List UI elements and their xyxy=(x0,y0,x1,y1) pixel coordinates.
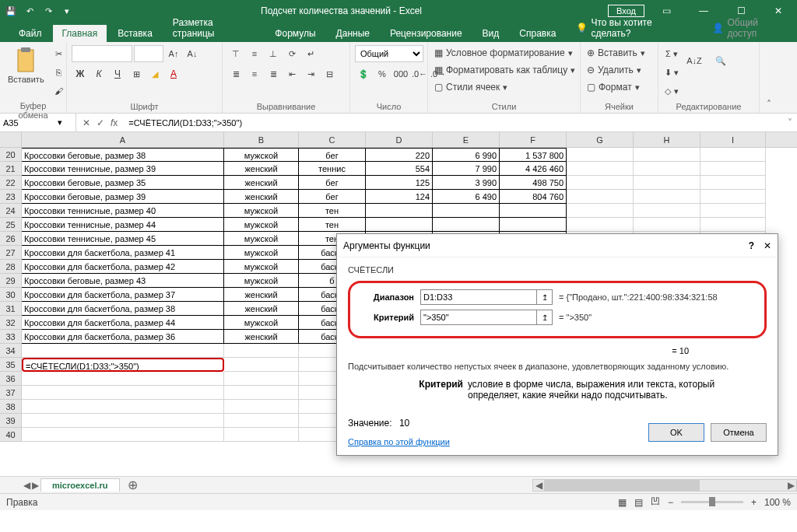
indent-inc-icon[interactable]: ⇥ xyxy=(302,65,319,82)
cell[interactable] xyxy=(22,400,224,414)
row-header[interactable]: 31 xyxy=(0,302,22,316)
horizontal-scrollbar[interactable]: ◀ ▶ xyxy=(532,479,797,492)
row-header[interactable]: 25 xyxy=(0,218,22,232)
zoom-slider[interactable] xyxy=(681,501,743,503)
paste-button[interactable]: Вставить xyxy=(5,45,47,86)
cell[interactable] xyxy=(433,218,500,232)
cell[interactable] xyxy=(500,218,567,232)
column-header[interactable]: C xyxy=(299,132,366,147)
insert-cells[interactable]: ⊕Вставить ▾ xyxy=(585,45,647,61)
cell[interactable]: женский xyxy=(224,302,299,316)
cell[interactable] xyxy=(22,344,224,358)
cell[interactable]: 4 426 460 xyxy=(500,162,567,176)
cell[interactable]: 220 xyxy=(366,148,433,162)
align-center-icon[interactable]: ≡ xyxy=(246,65,263,82)
align-middle-icon[interactable]: ≡ xyxy=(246,45,263,62)
find-select-icon[interactable]: 🔍 xyxy=(710,45,732,76)
tab-formulas[interactable]: Формулы xyxy=(265,25,325,42)
dialog-close-icon[interactable]: ✕ xyxy=(764,240,771,251)
orientation-icon[interactable]: ⟳ xyxy=(283,45,300,62)
cell[interactable] xyxy=(224,372,299,386)
cell[interactable] xyxy=(22,372,224,386)
decrease-font-icon[interactable]: A↓ xyxy=(184,45,201,62)
cell[interactable] xyxy=(634,218,700,232)
wrap-text-icon[interactable]: ↵ xyxy=(302,45,319,62)
row-header[interactable]: 34 xyxy=(0,344,22,358)
number-format-select[interactable]: Общий xyxy=(355,45,423,62)
tab-data[interactable]: Данные xyxy=(327,25,379,42)
row-header[interactable]: 38 xyxy=(0,400,22,414)
cell[interactable]: мужской xyxy=(224,204,299,218)
border-icon[interactable]: ⊞ xyxy=(128,65,145,82)
redo-icon[interactable]: ↷ xyxy=(40,3,56,19)
column-header[interactable]: H xyxy=(634,132,700,147)
cell[interactable]: женский xyxy=(224,162,299,176)
cell[interactable]: Кроссовки для баскетбола, размер 36 xyxy=(22,330,224,344)
copy-icon[interactable]: ⎘ xyxy=(51,64,68,81)
cell[interactable]: женский xyxy=(224,176,299,190)
cell[interactable] xyxy=(567,218,634,232)
cell[interactable] xyxy=(224,400,299,414)
cell[interactable]: 6 490 xyxy=(433,190,500,204)
row-header[interactable]: 24 xyxy=(0,204,22,218)
dialog-title-bar[interactable]: Аргументы функции ? ✕ xyxy=(337,234,778,257)
cell[interactable]: мужской xyxy=(224,274,299,288)
sheet-nav-next-icon[interactable]: ▶ xyxy=(32,480,39,491)
tab-layout[interactable]: Разметка страницы xyxy=(163,14,265,42)
expand-formula-bar-icon[interactable]: ˅ xyxy=(783,117,797,128)
range-selector-icon[interactable]: ↥ xyxy=(537,289,553,305)
cell[interactable]: 6 990 xyxy=(433,148,500,162)
delete-cells[interactable]: ⊖Удалить ▾ xyxy=(585,62,643,78)
cell[interactable]: мужской xyxy=(224,218,299,232)
cell[interactable] xyxy=(567,190,634,204)
cell[interactable] xyxy=(700,148,766,162)
cell[interactable]: Кроссовки для баскетбола, размер 38 xyxy=(22,302,224,316)
cell[interactable]: тен xyxy=(299,204,366,218)
cell[interactable]: 554 xyxy=(366,162,433,176)
cell[interactable]: мужской xyxy=(224,260,299,274)
cell[interactable]: бег xyxy=(299,176,366,190)
cell[interactable]: женский xyxy=(224,190,299,204)
zoom-level[interactable]: 100 % xyxy=(764,497,791,508)
name-box[interactable]: ▾ xyxy=(0,114,76,131)
column-header[interactable]: A xyxy=(22,132,224,147)
sheet-nav-prev-icon[interactable]: ◀ xyxy=(23,480,30,491)
save-icon[interactable]: 💾 xyxy=(3,3,19,19)
help-link[interactable]: Справка по этой функции xyxy=(348,437,450,446)
undo-icon[interactable]: ↶ xyxy=(22,3,37,19)
row-header[interactable]: 30 xyxy=(0,288,22,302)
cell[interactable] xyxy=(567,204,634,218)
cell[interactable]: женский xyxy=(224,330,299,344)
cell[interactable]: Кроссовки для баскетбола, размер 37 xyxy=(22,288,224,302)
cell[interactable]: мужской xyxy=(224,148,299,162)
cell[interactable]: 1 537 800 xyxy=(500,148,567,162)
inc-decimal-icon[interactable]: .0← xyxy=(411,65,428,82)
cell[interactable] xyxy=(634,162,700,176)
cell[interactable] xyxy=(700,162,766,176)
align-left-icon[interactable]: ≣ xyxy=(227,65,244,82)
italic-icon[interactable]: К xyxy=(90,65,107,82)
merge-icon[interactable]: ⊟ xyxy=(321,65,338,82)
column-header[interactable]: G xyxy=(567,132,634,147)
tab-review[interactable]: Рецензирование xyxy=(381,25,472,42)
indent-dec-icon[interactable]: ⇤ xyxy=(283,65,300,82)
cell[interactable] xyxy=(224,428,299,442)
cell[interactable] xyxy=(22,414,224,428)
cell[interactable] xyxy=(634,148,700,162)
cell[interactable]: Кроссовки теннисные, размер 45 xyxy=(22,232,224,246)
align-top-icon[interactable]: ⊤ xyxy=(227,45,244,62)
align-right-icon[interactable]: ≣ xyxy=(265,65,282,82)
cell[interactable] xyxy=(700,190,766,204)
cell[interactable]: тен xyxy=(299,218,366,232)
percent-icon[interactable]: % xyxy=(374,65,391,82)
sort-filter-icon[interactable]: A↓Z xyxy=(683,45,705,76)
cell[interactable] xyxy=(224,358,299,372)
cell[interactable]: =СЧЁТЕСЛИ(D1:D33;">350") xyxy=(22,358,224,372)
cell[interactable] xyxy=(22,428,224,442)
row-header[interactable]: 21 xyxy=(0,162,22,176)
cell[interactable]: Кроссовки теннисные, размер 39 xyxy=(22,162,224,176)
row-header[interactable]: 40 xyxy=(0,428,22,442)
tab-insert[interactable]: Вставка xyxy=(108,25,162,42)
criteria-input[interactable] xyxy=(420,310,537,325)
font-size-select[interactable] xyxy=(134,45,163,62)
